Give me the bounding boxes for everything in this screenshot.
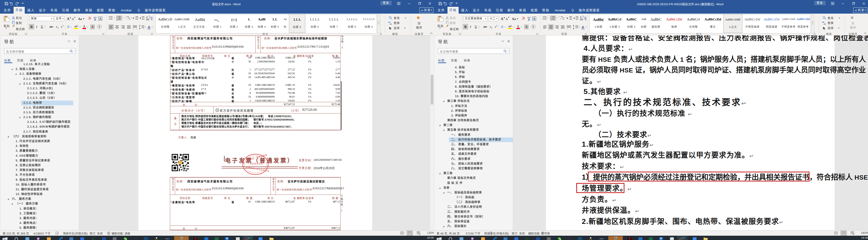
svg-text:x: x [56, 25, 57, 28]
svg-text:Aa: Aa [78, 17, 82, 21]
svg-text:A: A [83, 25, 86, 28]
svg-text:U: U [475, 25, 477, 28]
svg-text:2: 2 [57, 27, 59, 29]
svg-text:abe: abe [483, 25, 487, 28]
svg-text:字: 字 [98, 25, 100, 28]
svg-text:▲: ▲ [69, 16, 71, 19]
svg-text:新疆维吾尔自治区税务局: 新疆维吾尔自治区税务局 [246, 166, 270, 172]
svg-text:2: 2 [62, 25, 63, 27]
svg-text:U: U [41, 25, 43, 28]
svg-text:A: A [146, 16, 148, 19]
svg-text:▼: ▼ [83, 18, 85, 20]
svg-text:A: A [99, 17, 101, 21]
svg-text:wén: wén [527, 16, 531, 18]
svg-text:wén: wén [93, 16, 97, 18]
svg-text:▼: ▼ [517, 18, 519, 20]
svg-text:税: 税 [179, 161, 182, 165]
svg-text:x: x [490, 25, 491, 28]
svg-text:A: A [517, 25, 519, 28]
svg-text:I: I [470, 25, 471, 29]
svg-text:x: x [61, 25, 62, 28]
svg-text:A: A [67, 25, 70, 28]
svg-text:A: A [533, 17, 535, 21]
svg-text:→ac: →ac [822, 23, 826, 25]
svg-text:文: 文 [94, 18, 96, 21]
svg-text:A: A [501, 25, 503, 28]
svg-text:A: A [525, 25, 528, 29]
svg-text:2: 2 [496, 25, 497, 27]
svg-text:B: B [464, 25, 467, 29]
svg-text:i: i [127, 19, 127, 20]
svg-text:Aa: Aa [512, 17, 516, 21]
svg-text:文: 文 [528, 18, 530, 21]
svg-text:字: 字 [532, 25, 534, 28]
svg-text:I: I [36, 25, 37, 29]
svg-text:→ac: →ac [388, 23, 392, 25]
svg-text:国家税务总局: 国家税务总局 [250, 163, 263, 165]
svg-text:abe: abe [50, 25, 53, 28]
svg-text:B: B [30, 25, 33, 29]
svg-text:ab: ab [508, 25, 511, 28]
svg-text:▼: ▼ [74, 16, 76, 19]
svg-text:2: 2 [491, 27, 492, 29]
svg-text:ab: ab [74, 25, 77, 28]
svg-text:A: A [91, 25, 94, 29]
svg-text:▼: ▼ [507, 16, 509, 19]
svg-text:A: A [580, 16, 582, 19]
svg-text:x: x [495, 25, 496, 28]
svg-text:▲: ▲ [503, 16, 505, 19]
